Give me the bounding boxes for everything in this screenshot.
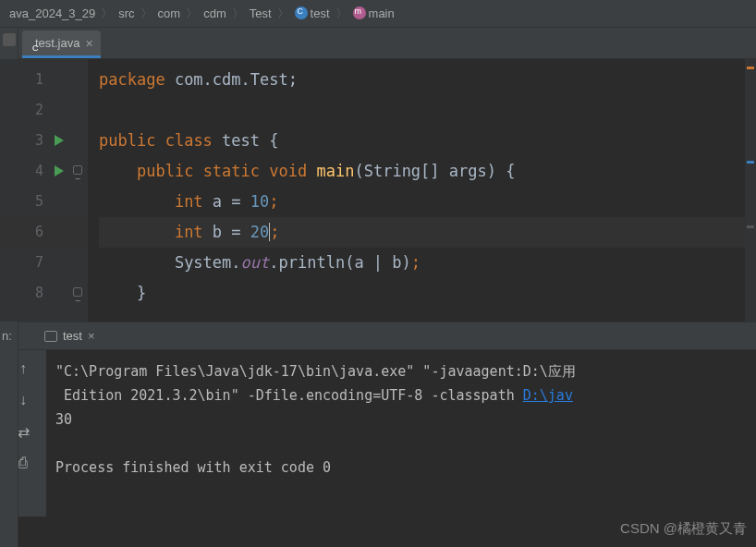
code-area[interactable]: package com.cdm.Test; public class test …: [88, 59, 745, 322]
editor-tab-active[interactable]: test.java ×: [22, 30, 101, 58]
run-tab[interactable]: test ×: [44, 329, 95, 343]
method-icon: [353, 6, 366, 19]
line-number: 1: [0, 65, 88, 95]
code-editor[interactable]: 1 2 3 4 5 6 7 8 package com.cdm.Test; pu…: [0, 59, 756, 322]
line-number: 6: [0, 217, 88, 248]
error-stripe[interactable]: [745, 59, 756, 322]
chevron-right-icon: 〉: [184, 6, 200, 22]
breadcrumb-item-class[interactable]: test: [291, 6, 334, 20]
run-gutter-icon[interactable]: [55, 165, 64, 176]
line-number: 4: [0, 156, 88, 187]
line-number: 7: [0, 248, 88, 278]
breadcrumb-item-test-pkg[interactable]: Test: [246, 6, 275, 20]
console-output[interactable]: "C:\Program Files\Java\jdk-17\bin\java.e…: [46, 350, 756, 517]
console-path-link[interactable]: D:\jav: [523, 387, 573, 404]
line-number: 8: [0, 278, 88, 309]
breadcrumb-item-project[interactable]: ava_2024_3_29: [6, 6, 99, 20]
line-number: 5: [0, 187, 88, 217]
run-console-panel: ↑ ↓ ⇄ ⎙ "C:\Program Files\Java\jdk-17\bi…: [0, 350, 756, 517]
tab-label: test.java: [35, 36, 79, 50]
console-command: "C:\Program Files\Java\jdk-17\bin\java.e…: [55, 363, 576, 380]
chevron-right-icon: 〉: [230, 6, 246, 22]
console-stdout: 30: [55, 411, 72, 428]
close-icon[interactable]: ×: [88, 329, 95, 343]
line-number: 2: [0, 95, 88, 126]
run-gutter-icon[interactable]: [55, 135, 64, 146]
line-number: 3: [0, 126, 88, 156]
chevron-right-icon: 〉: [99, 6, 115, 22]
run-tab-label: test: [63, 329, 82, 343]
chevron-right-icon: 〉: [275, 6, 291, 22]
editor-tab-bar: test.java ×: [0, 28, 756, 59]
run-tool-tab-bar: n: test ×: [0, 322, 756, 350]
run-panel-label: n:: [2, 329, 12, 343]
fold-icon[interactable]: [73, 165, 82, 175]
chevron-right-icon: 〉: [139, 6, 154, 22]
fold-icon[interactable]: [73, 287, 82, 297]
breadcrumb-item-src[interactable]: src: [115, 6, 138, 20]
breadcrumb-item-cdm[interactable]: cdm: [200, 6, 230, 20]
breadcrumb-item-com[interactable]: com: [154, 6, 185, 20]
breadcrumb-item-method[interactable]: main: [349, 6, 398, 20]
close-icon[interactable]: ×: [85, 36, 92, 51]
tool-icon[interactable]: [3, 33, 16, 46]
line-gutter: 1 2 3 4 5 6 7 8: [0, 59, 88, 322]
chevron-right-icon: 〉: [334, 6, 349, 22]
console-exit-message: Process finished with exit code 0: [55, 459, 331, 476]
breadcrumb: ava_2024_3_29 〉 src 〉 com 〉 cdm 〉 Test 〉…: [0, 0, 756, 28]
run-config-icon: [44, 331, 57, 342]
watermark: CSDN @橘橙黄又青: [620, 520, 747, 538]
console-command: Edition 2021.3.2\bin" -Dfile.encoding=UT…: [55, 387, 523, 404]
class-icon: [295, 6, 308, 19]
